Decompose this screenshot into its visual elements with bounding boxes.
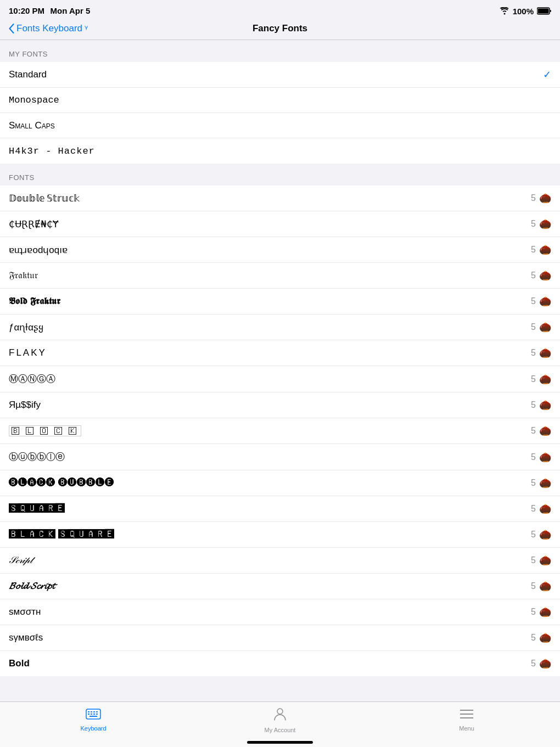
item-right: 5 🌰: [531, 192, 551, 204]
item-count: 5: [531, 193, 536, 203]
acorn-icon: 🌰: [539, 425, 551, 437]
list-item[interactable]: Monospace: [0, 88, 560, 113]
tab-menu[interactable]: Menu: [373, 709, 560, 732]
svg-rect-1: [538, 9, 549, 14]
font-name-standard: Standard: [9, 69, 47, 80]
acorn-icon: 🌰: [539, 321, 551, 333]
item-right: 5 🌰: [531, 295, 551, 307]
back-extra: ᵞ: [85, 23, 88, 35]
item-count: 5: [531, 504, 536, 514]
list-item[interactable]: ⓑⓤⓑⓑⓛⓔ 5 🌰: [0, 444, 560, 470]
font-name-monospace: Monospace: [9, 95, 59, 105]
my-fonts-label: MY FONTS: [9, 50, 48, 58]
main-content: MY FONTS Standard ✓ Monospace Small Caps…: [0, 40, 560, 731]
list-item[interactable]: ₵ɄⱤⱤɆ₦₵Ɏ 5 🌰: [0, 211, 560, 237]
svg-rect-11: [89, 716, 97, 717]
list-item[interactable]: 𝕭𝖔𝖑𝖉 𝕱𝖗𝖆𝖐𝖙𝖚𝖗 5 🌰: [0, 289, 560, 314]
list-item[interactable]: H4k3r - Hacker: [0, 138, 560, 164]
svg-rect-9: [93, 714, 95, 715]
item-right: 5 🌰: [531, 477, 551, 489]
list-item[interactable]: ѕγмвσℓѕ 5 🌰: [0, 625, 560, 651]
item-count: 5: [531, 478, 536, 488]
font-name: 𝒮𝒸𝓇𝒾𝓅𝓉: [9, 555, 32, 566]
font-name: ѕмσσтн: [9, 606, 41, 617]
font-name: Яµ$$ify: [9, 400, 41, 411]
list-item[interactable]: Bold 5 🌰: [0, 651, 560, 676]
acorn-icon: 🌰: [539, 269, 551, 282]
back-button[interactable]: Fonts Keyboard ᵞ: [9, 23, 88, 35]
list-item[interactable]: 🆂🆀🆄🅰🆁🅴 5 🌰: [0, 496, 560, 522]
list-item[interactable]: ⓂⒶⓃⒼⒶ 5 🌰: [0, 366, 560, 392]
list-item[interactable]: Small Caps: [0, 113, 560, 138]
svg-rect-5: [93, 711, 95, 712]
svg-rect-3: [88, 711, 89, 712]
tab-keyboard[interactable]: Keyboard: [0, 709, 187, 732]
item-right: 5 🌰: [531, 606, 551, 618]
list-item[interactable]: 🄱 🄻 🄾 🄲 🄺 5 🌰: [0, 418, 560, 444]
item-count: 5: [531, 374, 536, 384]
font-name: FLAKY: [9, 347, 47, 358]
tab-myaccount[interactable]: My Account: [187, 707, 373, 733]
font-name: ₵ɄⱤⱤɆ₦₵Ɏ: [9, 218, 58, 230]
item-right: 5 🌰: [531, 321, 551, 333]
acorn-icon: 🌰: [539, 606, 551, 618]
home-indicator: [247, 741, 313, 744]
acorn-icon: 🌰: [539, 347, 551, 359]
font-name: ѕγмвσℓѕ: [9, 632, 43, 643]
acorn-icon: 🌰: [539, 503, 551, 515]
font-name-smallcaps: Small Caps: [9, 120, 55, 131]
status-date: Mon Apr 5: [51, 6, 91, 15]
item-right: 5 🌰: [531, 451, 551, 463]
item-count: 5: [531, 633, 536, 643]
item-count: 5: [531, 659, 536, 669]
list-item[interactable]: 𝒮𝒸𝓇𝒾𝓅𝓉 5 🌰: [0, 548, 560, 574]
my-fonts-list: Standard ✓ Monospace Small Caps H4k3r - …: [0, 62, 560, 164]
battery-percent: 100%: [513, 7, 534, 16]
item-right: 5 🌰: [531, 632, 551, 644]
list-item[interactable]: 𝔻𝕠𝕦𝕓𝕝𝕖 𝕊𝕥𝕣𝕦𝕔𝕜 5 🌰: [0, 186, 560, 211]
svg-rect-6: [96, 711, 98, 712]
battery-icon: [537, 7, 551, 15]
acorn-icon: 🌰: [539, 295, 551, 307]
list-item[interactable]: FLAKY 5 🌰: [0, 340, 560, 366]
item-count: 5: [531, 607, 536, 617]
item-right: 5 🌰: [531, 529, 551, 541]
font-name: 𝓑𝓸𝓵𝓭 𝓢𝓬𝓻𝓲𝓹𝓽: [9, 581, 54, 592]
svg-rect-8: [91, 714, 92, 715]
item-right: 5 🌰: [531, 554, 551, 566]
tab-bar: Keyboard My Account Menu: [0, 701, 560, 747]
acorn-icon: 🌰: [539, 218, 551, 230]
list-item[interactable]: 🅑🅛🅐🅒🅚 🅑🅤🅑🅑🅛🅔 5 🌰: [0, 470, 560, 496]
page-title: Fancy Fonts: [253, 23, 307, 34]
list-item[interactable]: Яµ$$ify 5 🌰: [0, 392, 560, 418]
item-count: 5: [531, 348, 536, 358]
font-name: 𝕭𝖔𝖑𝖉 𝕱𝖗𝖆𝖐𝖙𝖚𝖗: [9, 296, 60, 307]
item-right: 5 🌰: [531, 425, 551, 437]
item-count: 5: [531, 452, 536, 462]
item-right: 5 🌰: [531, 269, 551, 282]
list-item[interactable]: 𝓑𝓸𝓵𝓭 𝓢𝓬𝓻𝓲𝓹𝓽 5 🌰: [0, 574, 560, 599]
keyboard-icon: [86, 709, 101, 723]
item-right: 5 🌰: [531, 347, 551, 359]
item-right: 5 🌰: [531, 218, 551, 230]
item-count: 5: [531, 271, 536, 280]
list-item[interactable]: 𝔉𝔯𝔞𝔨𝔱𝔲𝔯 5 🌰: [0, 263, 560, 289]
status-time: 10:20 PM: [9, 6, 44, 15]
font-name: 🅑🅛🅐🅒🅚 🅑🅤🅑🅑🅛🅔: [9, 478, 114, 488]
font-name: 𝔉𝔯𝔞𝔨𝔱𝔲𝔯: [9, 270, 38, 281]
list-item[interactable]: ɐuʇɹɐodɥoqıɐ 5 🌰: [0, 237, 560, 263]
item-count: 5: [531, 400, 536, 410]
acorn-icon: 🌰: [539, 477, 551, 489]
status-time-date: 10:20 PM Mon Apr 5: [9, 6, 90, 16]
list-item[interactable]: ѕмσσтн 5 🌰: [0, 599, 560, 625]
tab-keyboard-label: Keyboard: [80, 725, 106, 732]
list-item[interactable]: 🅱🅻🅰🅲🅺 🆂🆀🆄🅰🆁🅴 5 🌰: [0, 522, 560, 548]
item-count: 5: [531, 322, 536, 332]
acorn-icon: 🌰: [539, 580, 551, 592]
wifi-icon: [500, 7, 509, 15]
fonts-label: FONTS: [9, 173, 35, 182]
svg-rect-4: [91, 711, 92, 712]
list-item[interactable]: Standard ✓: [0, 62, 560, 88]
acorn-icon: 🌰: [539, 632, 551, 644]
list-item[interactable]: ƒαɳƚαʂყ 5 🌰: [0, 314, 560, 340]
